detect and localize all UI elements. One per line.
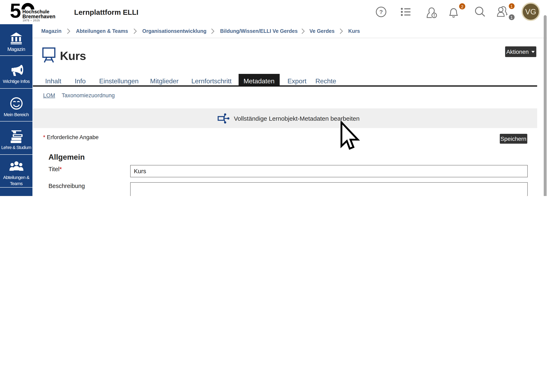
- svg-text:Bremerhaven: Bremerhaven: [22, 14, 55, 19]
- svg-text:?: ?: [379, 9, 383, 15]
- svg-text:5: 5: [10, 2, 21, 22]
- svg-text:1975 – 2025: 1975 – 2025: [23, 19, 40, 22]
